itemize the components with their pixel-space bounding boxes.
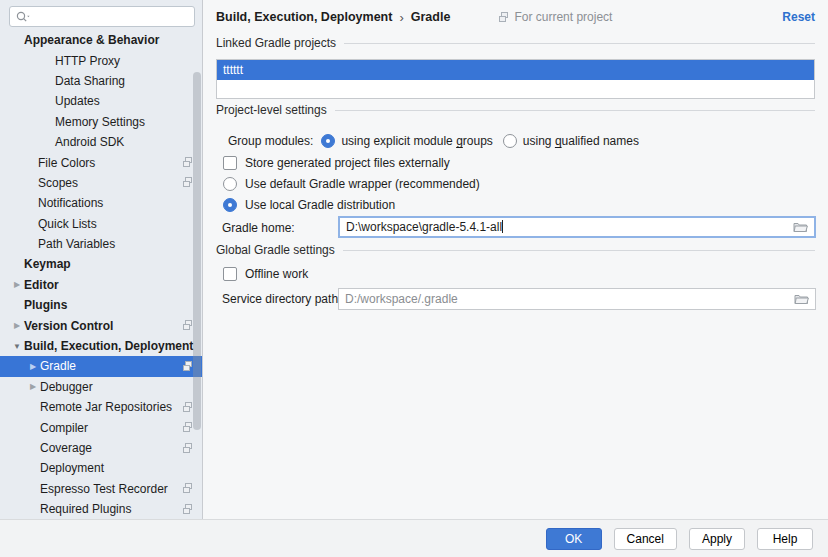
per-project-settings-icon [182,177,193,188]
per-project-settings-icon [182,422,193,433]
breadcrumb-separator: › [399,10,403,25]
sidebar-item-label: Required Plugins [40,502,131,516]
sidebar-item-updates[interactable]: Updates [0,91,202,111]
reset-link[interactable]: Reset [782,10,815,24]
radio-qualified-label[interactable]: using qualified names [523,134,639,148]
sidebar-item-remote-jar-repositories[interactable]: Remote Jar Repositories [0,397,202,417]
gradle-home-field[interactable]: D:\workspace\gradle-5.4.1-all [338,216,816,238]
sidebar-item-label: Espresso Test Recorder [40,482,168,496]
cancel-button[interactable]: Cancel [614,528,677,550]
per-project-badge [182,443,193,454]
sidebar-item-label: Version Control [24,319,113,333]
sidebar-item-coverage[interactable]: Coverage [0,438,202,458]
expand-arrow-icon[interactable]: ▶ [26,382,40,391]
expand-arrow-icon[interactable]: ▶ [10,280,24,289]
radio-explicit-module-groups[interactable] [321,134,335,148]
sidebar-item-editor[interactable]: ▶ Editor [0,275,202,295]
sidebar-item-appearance-behavior[interactable]: Appearance & Behavior [0,30,202,50]
sidebar-item-file-colors[interactable]: File Colors [0,152,202,172]
linked-projects-list[interactable]: tttttt [216,59,815,99]
text-cursor [502,220,503,233]
sidebar-item-http-proxy[interactable]: HTTP Proxy [0,50,202,70]
sidebar-item-scopes[interactable]: Scopes [0,173,202,193]
sidebar-item-label: Keymap [24,257,71,271]
breadcrumb: Build, Execution, Deployment › Gradle Fo… [216,6,815,28]
sidebar-scrollbar-thumb[interactable] [193,72,201,430]
default-wrapper-label[interactable]: Use default Gradle wrapper (recommended) [245,177,480,191]
separator-line [343,250,815,251]
offline-work-label[interactable]: Offline work [245,267,308,281]
breadcrumb-parent[interactable]: Build, Execution, Deployment [216,10,392,24]
sidebar-item-path-variables[interactable]: Path Variables [0,234,202,254]
expand-arrow-icon[interactable]: ▶ [26,362,40,371]
per-project-badge [182,177,193,188]
store-externally-row: Store generated project files externally [223,153,450,173]
per-project-settings-icon [498,12,509,23]
per-project-settings-icon [182,157,193,168]
service-dir-field[interactable]: D:/workspace/.gradle [338,288,816,310]
sidebar-item-data-sharing[interactable]: Data Sharing [0,71,202,91]
sidebar-item-memory-settings[interactable]: Memory Settings [0,112,202,132]
sidebar-item-keymap[interactable]: Keymap [0,254,202,274]
sidebar-item-espresso-test-recorder[interactable]: Espresso Test Recorder [0,479,202,499]
settings-dialog: Appearance & Behavior HTTP Proxy Data Sh… [0,0,828,557]
folder-icon [793,221,808,233]
browse-service-dir-button[interactable] [794,293,809,305]
per-project-settings-icon [182,402,193,413]
local-distribution-radio[interactable] [223,198,237,212]
sidebar-item-label: Path Variables [38,237,115,251]
sidebar-item-label: Coverage [40,441,92,455]
service-dir-label: Service directory path: [222,292,341,306]
linked-projects-separator: Linked Gradle projects [216,36,815,50]
expand-arrow-icon[interactable]: ▼ [10,342,24,351]
sidebar-item-label: HTTP Proxy [55,54,120,68]
separator-line [335,110,815,111]
sidebar-item-label: Debugger [40,380,93,394]
sidebar-item-deployment[interactable]: Deployment [0,458,202,478]
per-project-badge [182,504,193,515]
linked-project-row[interactable]: tttttt [217,60,814,80]
store-externally-label[interactable]: Store generated project files externally [245,156,450,170]
radio-explicit-label[interactable]: using explicit module groups [341,134,492,148]
help-button[interactable]: Help [757,528,813,550]
sidebar-item-compiler[interactable]: Compiler [0,417,202,437]
sidebar-item-notifications[interactable]: Notifications [0,193,202,213]
sidebar-item-version-control[interactable]: ▶ Version Control [0,315,202,335]
sidebar-item-label: File Colors [38,156,95,170]
ok-button[interactable]: OK [546,528,602,550]
sidebar-item-quick-lists[interactable]: Quick Lists [0,214,202,234]
sidebar-item-plugins[interactable]: Plugins [0,295,202,315]
sidebar-item-debugger[interactable]: ▶ Debugger [0,377,202,397]
browse-gradle-home-button[interactable] [793,221,808,233]
per-project-settings-icon [182,443,193,454]
sidebar-item-label: Remote Jar Repositories [40,400,172,414]
sidebar-item-label: Android SDK [55,135,124,149]
apply-button[interactable]: Apply [689,528,745,550]
sidebar-item-label: Gradle [40,359,76,373]
per-project-badge [182,157,193,168]
radio-qualified-names[interactable] [503,134,517,148]
sidebar-item-label: Editor [24,278,59,292]
settings-search-field[interactable] [9,6,195,27]
sidebar-item-build-execution-deployment[interactable]: ▼ Build, Execution, Deployment [0,336,202,356]
sidebar-item-gradle[interactable]: ▶ Gradle [0,356,202,376]
local-distribution-label[interactable]: Use local Gradle distribution [245,198,395,212]
settings-tree: Appearance & Behavior HTTP Proxy Data Sh… [0,30,202,519]
per-project-settings-icon [182,320,193,331]
global-settings-title: Global Gradle settings [216,243,335,257]
dialog-footer: OK Cancel Apply Help [0,519,828,557]
search-input[interactable] [33,8,194,25]
offline-work-checkbox[interactable] [223,267,237,281]
per-project-badge [182,402,193,413]
store-externally-checkbox[interactable] [223,156,237,170]
sidebar-item-android-sdk[interactable]: Android SDK [0,132,202,152]
per-project-badge [182,361,193,372]
sidebar-item-required-plugins[interactable]: Required Plugins [0,499,202,519]
per-project-badge [182,320,193,331]
default-wrapper-radio[interactable] [223,177,237,191]
per-project-badge [182,422,193,433]
expand-arrow-icon[interactable]: ▶ [10,321,24,330]
sidebar-item-label: Data Sharing [55,74,125,88]
sidebar-item-label: Appearance & Behavior [24,33,159,47]
linked-projects-title: Linked Gradle projects [216,36,336,50]
